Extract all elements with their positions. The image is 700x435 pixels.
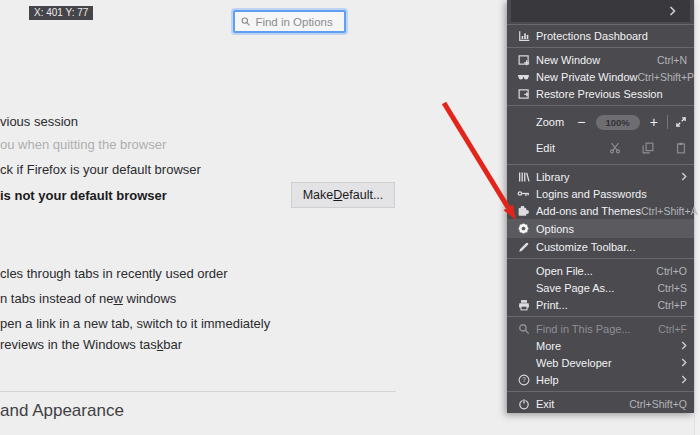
power-icon [517, 397, 530, 410]
menu-item-customize-toolbar[interactable]: Customize Toolbar... [507, 238, 694, 255]
option-label-warn-quitting: ou when quitting the browser [0, 137, 166, 152]
search-input[interactable] [255, 16, 338, 28]
status-not-default-browser: is not your default browser [0, 188, 167, 203]
zoom-out-button[interactable]: − [575, 115, 587, 129]
new-window-icon [517, 53, 530, 66]
menu-separator [507, 105, 694, 106]
make-default-button[interactable]: Make Default... [291, 182, 395, 208]
menu-item-label: Web Developer [536, 357, 612, 369]
menu-item-protections-dashboard[interactable]: Protections Dashboard [507, 27, 694, 44]
label-part: windows [123, 291, 176, 306]
option-label-open-in-tabs: n tabs instead of new windows [0, 291, 176, 306]
menu-item-web-developer[interactable]: Web Developer [507, 354, 694, 371]
menu-item-label: Options [536, 223, 574, 235]
menu-shortcut: Ctrl+O [656, 265, 687, 277]
mouse-coordinates-badge: X: 401 Y: 77 [29, 6, 93, 20]
menu-item-label: Restore Previous Session [536, 88, 663, 100]
menu-item-label: Exit [536, 398, 554, 410]
menu-separator [507, 316, 694, 317]
menu-item-label: Open File... [536, 265, 593, 277]
chevron-right-icon [681, 375, 687, 384]
bar-chart-icon [517, 29, 530, 42]
menu-item-label: New Window [536, 54, 600, 66]
menu-item-print[interactable]: Print... Ctrl+P [507, 296, 694, 313]
menu-shortcut: Ctrl+S [658, 282, 687, 294]
section-heading-language-appearance: and Appearance [0, 401, 124, 421]
menu-item-label: More [536, 340, 561, 352]
menu-separator [507, 47, 694, 48]
label-part: n tabs instead of ne [0, 291, 113, 306]
menu-shortcut: Ctrl+Shift+A [641, 205, 698, 217]
search-icon [517, 322, 530, 335]
option-label-taskbar-previews: reviews in the Windows taskbar [0, 337, 182, 352]
menu-shortcut: Ctrl+P [658, 299, 687, 311]
option-label-ctrl-tab-cycles: cles through tabs in recently used order [0, 266, 228, 281]
menu-separator [507, 164, 694, 165]
menu-shortcut: Ctrl+Shift+Q [629, 398, 687, 410]
menu-separator [507, 391, 694, 392]
menu-item-label: Add-ons and Themes [536, 205, 641, 217]
menu-item-label: Find in This Page... [536, 323, 631, 335]
chevron-right-icon [669, 6, 676, 16]
zoom-level-indicator[interactable]: 100% [596, 115, 640, 130]
menu-item-label: Customize Toolbar... [536, 241, 635, 253]
pencil-icon [517, 240, 530, 253]
menu-item-label: New Private Window [536, 71, 637, 83]
option-label-check-default: ck if Firefox is your default browser [0, 162, 201, 177]
menu-item-save-page-as[interactable]: Save Page As... Ctrl+S [507, 279, 694, 296]
menu-item-label: Protections Dashboard [536, 30, 648, 42]
menu-item-label: Save Page As... [536, 282, 614, 294]
label-part: bar [163, 337, 182, 352]
menu-item-open-file[interactable]: Open File... Ctrl+O [507, 262, 694, 279]
gear-icon [517, 222, 530, 235]
menu-item-partial-top[interactable] [507, 0, 694, 22]
chevron-right-icon [681, 358, 687, 367]
zoom-in-button[interactable]: + [648, 115, 660, 129]
menu-separator [507, 24, 694, 25]
menu-item-logins-and-passwords[interactable]: Logins and Passwords [507, 185, 694, 202]
menu-item-exit[interactable]: Exit Ctrl+Shift+Q [507, 395, 694, 412]
menu-item-edit: Edit [507, 135, 694, 161]
fullscreen-icon[interactable] [675, 116, 687, 128]
chevron-right-icon [681, 172, 687, 181]
menu-item-label: Logins and Passwords [536, 188, 647, 200]
key-icon [517, 187, 530, 200]
menu-item-new-private-window[interactable]: New Private Window Ctrl+Shift+P [507, 68, 694, 85]
firefox-app-menu: Protections Dashboard New Window Ctrl+N … [507, 0, 694, 413]
menu-item-find-in-this-page[interactable]: Find in This Page... Ctrl+F [507, 320, 694, 337]
make-default-label-rest: efault... [342, 188, 383, 202]
option-label-previous-session: vious session [0, 114, 78, 129]
menu-item-help[interactable]: ? Help [507, 371, 694, 388]
svg-text:?: ? [522, 376, 526, 383]
menu-item-options[interactable]: Options [507, 219, 694, 238]
printer-icon [517, 298, 530, 311]
menu-item-label: Edit [536, 142, 555, 154]
menu-item-more[interactable]: More [507, 337, 694, 354]
library-icon [517, 170, 530, 183]
menu-item-label: Help [536, 374, 559, 386]
make-default-label: Make [303, 188, 334, 202]
menu-item-label: Zoom [536, 116, 564, 128]
menu-item-library[interactable]: Library [507, 168, 694, 185]
make-default-accesskey: D [333, 188, 342, 202]
menu-item-new-window[interactable]: New Window Ctrl+N [507, 51, 694, 68]
menu-item-restore-previous-session[interactable]: Restore Previous Session [507, 85, 694, 102]
puzzle-icon [517, 204, 530, 217]
find-in-options-searchbox[interactable] [233, 10, 346, 33]
menu-item-addons-and-themes[interactable]: Add-ons and Themes Ctrl+Shift+A [507, 202, 694, 219]
restore-session-icon [517, 87, 530, 100]
menu-item-label: Print... [536, 299, 568, 311]
menu-item-zoom: Zoom − 100% + [507, 109, 694, 135]
menu-shortcut: Ctrl+Shift+P [637, 71, 694, 83]
private-mask-icon [517, 70, 530, 83]
menu-separator [507, 258, 694, 259]
label-accesskey: w [113, 291, 122, 306]
page-scrollbar[interactable] [694, 0, 700, 435]
copy-icon[interactable] [642, 142, 654, 154]
search-icon [241, 16, 250, 27]
section-divider [0, 391, 396, 392]
cut-scissors-icon[interactable] [609, 142, 621, 154]
help-icon: ? [517, 373, 530, 386]
paste-icon[interactable] [675, 142, 687, 154]
divider [667, 115, 668, 129]
